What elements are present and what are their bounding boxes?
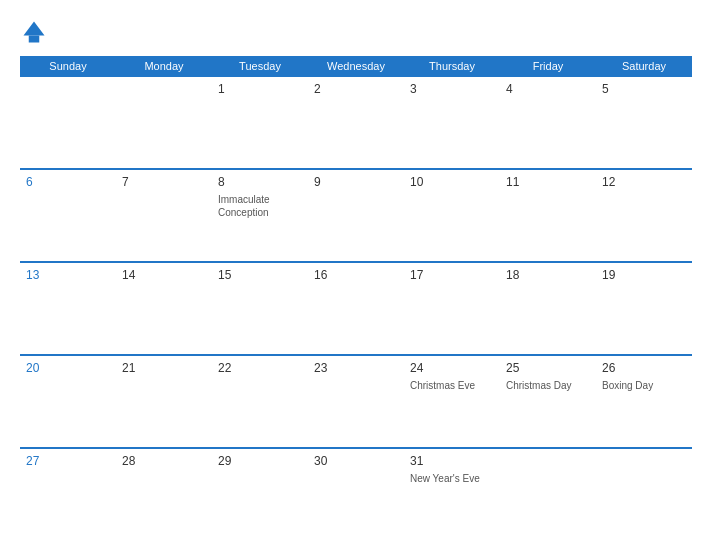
calendar-cell: 13 bbox=[20, 263, 116, 354]
day-header-sunday: Sunday bbox=[20, 56, 116, 76]
day-number: 15 bbox=[218, 268, 302, 282]
day-number: 29 bbox=[218, 454, 302, 468]
day-number: 20 bbox=[26, 361, 110, 375]
calendar-header bbox=[20, 18, 692, 46]
calendar-cell: 23 bbox=[308, 356, 404, 447]
calendar-cell: 29 bbox=[212, 449, 308, 540]
svg-marker-0 bbox=[24, 22, 45, 36]
day-header-tuesday: Tuesday bbox=[212, 56, 308, 76]
calendar-cell: 24Christmas Eve bbox=[404, 356, 500, 447]
calendar-cell: 27 bbox=[20, 449, 116, 540]
calendar-cell bbox=[500, 449, 596, 540]
day-number: 7 bbox=[122, 175, 206, 189]
day-number: 16 bbox=[314, 268, 398, 282]
calendar-day-headers: SundayMondayTuesdayWednesdayThursdayFrid… bbox=[20, 56, 692, 76]
day-number: 17 bbox=[410, 268, 494, 282]
calendar-week-2: 678Immaculate Conception9101112 bbox=[20, 169, 692, 262]
logo bbox=[20, 18, 50, 46]
day-header-wednesday: Wednesday bbox=[308, 56, 404, 76]
page: SundayMondayTuesdayWednesdayThursdayFrid… bbox=[0, 0, 712, 550]
calendar-cell: 16 bbox=[308, 263, 404, 354]
calendar-cell: 25Christmas Day bbox=[500, 356, 596, 447]
day-number: 10 bbox=[410, 175, 494, 189]
calendar-cell: 21 bbox=[116, 356, 212, 447]
calendar-body: 12345678Immaculate Conception91011121314… bbox=[20, 76, 692, 540]
day-number: 25 bbox=[506, 361, 590, 375]
day-event: Boxing Day bbox=[602, 379, 686, 392]
calendar-cell: 4 bbox=[500, 77, 596, 168]
day-number: 1 bbox=[218, 82, 302, 96]
calendar-cell: 1 bbox=[212, 77, 308, 168]
calendar-cell bbox=[20, 77, 116, 168]
calendar-cell: 2 bbox=[308, 77, 404, 168]
day-number: 12 bbox=[602, 175, 686, 189]
calendar-cell: 31New Year's Eve bbox=[404, 449, 500, 540]
day-number: 2 bbox=[314, 82, 398, 96]
logo-icon bbox=[20, 18, 48, 46]
day-number: 31 bbox=[410, 454, 494, 468]
day-number: 19 bbox=[602, 268, 686, 282]
svg-rect-1 bbox=[29, 36, 40, 43]
calendar-cell: 26Boxing Day bbox=[596, 356, 692, 447]
day-number: 4 bbox=[506, 82, 590, 96]
calendar-cell: 9 bbox=[308, 170, 404, 261]
calendar-cell bbox=[116, 77, 212, 168]
day-number: 9 bbox=[314, 175, 398, 189]
calendar-week-4: 2021222324Christmas Eve25Christmas Day26… bbox=[20, 355, 692, 448]
calendar-cell: 14 bbox=[116, 263, 212, 354]
day-header-friday: Friday bbox=[500, 56, 596, 76]
day-header-saturday: Saturday bbox=[596, 56, 692, 76]
calendar-cell: 12 bbox=[596, 170, 692, 261]
day-header-thursday: Thursday bbox=[404, 56, 500, 76]
day-number: 23 bbox=[314, 361, 398, 375]
day-event: Immaculate Conception bbox=[218, 193, 302, 219]
calendar-cell bbox=[596, 449, 692, 540]
day-number: 28 bbox=[122, 454, 206, 468]
calendar-cell: 5 bbox=[596, 77, 692, 168]
calendar-cell: 18 bbox=[500, 263, 596, 354]
calendar-cell: 3 bbox=[404, 77, 500, 168]
day-number: 14 bbox=[122, 268, 206, 282]
calendar-cell: 10 bbox=[404, 170, 500, 261]
calendar-cell: 8Immaculate Conception bbox=[212, 170, 308, 261]
day-number: 5 bbox=[602, 82, 686, 96]
day-number: 26 bbox=[602, 361, 686, 375]
calendar-cell: 30 bbox=[308, 449, 404, 540]
day-event: Christmas Day bbox=[506, 379, 590, 392]
day-number: 8 bbox=[218, 175, 302, 189]
calendar-week-1: 12345 bbox=[20, 76, 692, 169]
calendar-week-3: 13141516171819 bbox=[20, 262, 692, 355]
calendar-cell: 15 bbox=[212, 263, 308, 354]
day-number: 3 bbox=[410, 82, 494, 96]
calendar-week-5: 2728293031New Year's Eve bbox=[20, 448, 692, 540]
calendar-cell: 17 bbox=[404, 263, 500, 354]
day-header-monday: Monday bbox=[116, 56, 212, 76]
day-number: 21 bbox=[122, 361, 206, 375]
calendar-cell: 20 bbox=[20, 356, 116, 447]
day-number: 27 bbox=[26, 454, 110, 468]
day-number: 13 bbox=[26, 268, 110, 282]
day-number: 11 bbox=[506, 175, 590, 189]
calendar-cell: 19 bbox=[596, 263, 692, 354]
day-number: 24 bbox=[410, 361, 494, 375]
day-number: 6 bbox=[26, 175, 110, 189]
day-number: 22 bbox=[218, 361, 302, 375]
calendar-cell: 11 bbox=[500, 170, 596, 261]
calendar-cell: 28 bbox=[116, 449, 212, 540]
day-event: Christmas Eve bbox=[410, 379, 494, 392]
calendar-cell: 7 bbox=[116, 170, 212, 261]
calendar-cell: 22 bbox=[212, 356, 308, 447]
calendar-cell: 6 bbox=[20, 170, 116, 261]
day-event: New Year's Eve bbox=[410, 472, 494, 485]
calendar: SundayMondayTuesdayWednesdayThursdayFrid… bbox=[20, 56, 692, 540]
day-number: 30 bbox=[314, 454, 398, 468]
day-number: 18 bbox=[506, 268, 590, 282]
